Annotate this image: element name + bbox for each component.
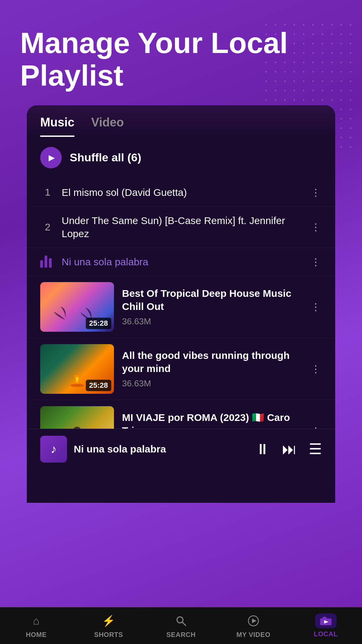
svg-line-3 bbox=[182, 622, 186, 626]
shuffle-play-icon bbox=[40, 147, 62, 168]
nav-home[interactable]: ⌂ HOME bbox=[13, 613, 60, 639]
main-card: Music Video Shuffle all (6) 1 El mismo s… bbox=[27, 105, 335, 503]
video-title-2: All the good vibes running through your … bbox=[122, 349, 302, 375]
pause-button[interactable]: ⏸ bbox=[255, 441, 270, 458]
video-more-1[interactable]: ⋮ bbox=[310, 301, 322, 313]
my-video-icon bbox=[245, 613, 261, 629]
now-playing-art: ♪ bbox=[40, 436, 67, 463]
video-size-2: 36.63M bbox=[122, 378, 302, 389]
video-duration-2: 25:28 bbox=[86, 380, 111, 391]
svg-point-0 bbox=[70, 384, 84, 387]
music-note-icon: ♪ bbox=[51, 442, 57, 456]
song-title-2: Under The Same Sun) [B-Case Remix] ft. J… bbox=[62, 214, 303, 240]
song-number-2: 2 bbox=[40, 221, 55, 233]
tab-music[interactable]: Music bbox=[40, 115, 74, 137]
nav-shorts-label: SHORTS bbox=[94, 631, 123, 639]
equalizer-icon bbox=[40, 256, 55, 268]
song-title-1: El mismo sol (David Guetta) bbox=[62, 186, 303, 199]
bottom-navigation: ⌂ HOME ⚡ SHORTS SEARCH MY VIDEO bbox=[0, 607, 362, 644]
home-icon: ⌂ bbox=[28, 613, 44, 629]
song-list: 1 El mismo sol (David Guetta) ⋮ 2 Under … bbox=[27, 178, 335, 462]
shuffle-label: Shuffle all (6) bbox=[70, 151, 141, 164]
video-row-2[interactable]: 25:28 All the good vibes running through… bbox=[27, 338, 335, 400]
song-row-3[interactable]: Ni una sola palabra ⋮ bbox=[27, 248, 335, 276]
now-playing-bar: ♪ Ni una sola palabra ⏸ ⏭ ☰ bbox=[27, 429, 335, 469]
song-more-1[interactable]: ⋮ bbox=[310, 186, 322, 198]
nav-my-video-label: MY VIDEO bbox=[236, 631, 270, 639]
queue-button[interactable]: ☰ bbox=[309, 440, 322, 458]
nav-shorts[interactable]: ⚡ SHORTS bbox=[85, 613, 132, 639]
campfire-icon bbox=[67, 370, 87, 387]
svg-marker-5 bbox=[252, 619, 256, 623]
video-title-1: Best Of Tropical Deep House Music Chill … bbox=[122, 287, 302, 313]
video-info-2: All the good vibes running through your … bbox=[122, 349, 302, 389]
song-title-3: Ni una sola palabra bbox=[62, 255, 303, 268]
song-row-2[interactable]: 2 Under The Same Sun) [B-Case Remix] ft.… bbox=[27, 207, 335, 248]
nav-search[interactable]: SEARCH bbox=[158, 613, 204, 639]
video-more-2[interactable]: ⋮ bbox=[310, 363, 322, 375]
nav-home-label: HOME bbox=[26, 631, 47, 639]
nav-search-label: SEARCH bbox=[166, 631, 195, 639]
tabs-bar: Music Video bbox=[27, 105, 335, 137]
video-thumb-2: 25:28 bbox=[40, 344, 114, 394]
video-info-1: Best Of Tropical Deep House Music Chill … bbox=[122, 287, 302, 327]
search-icon bbox=[173, 613, 189, 629]
local-icon bbox=[315, 613, 337, 628]
nav-my-video[interactable]: MY VIDEO bbox=[230, 613, 277, 639]
song-number-1: 1 bbox=[40, 186, 55, 198]
song-row-1[interactable]: 1 El mismo sol (David Guetta) ⋮ bbox=[27, 178, 335, 207]
now-playing-title: Ni una sola palabra bbox=[74, 443, 248, 455]
video-thumb-1: 25:28 bbox=[40, 282, 114, 332]
nav-local-label: LOCAL bbox=[314, 630, 338, 638]
nav-local[interactable]: LOCAL bbox=[302, 613, 349, 638]
next-button[interactable]: ⏭ bbox=[282, 441, 297, 458]
video-duration-1: 25:28 bbox=[86, 318, 111, 329]
song-more-3[interactable]: ⋮ bbox=[310, 256, 322, 268]
song-more-2[interactable]: ⋮ bbox=[310, 221, 322, 233]
video-row-1[interactable]: 25:28 Best Of Tropical Deep House Music … bbox=[27, 276, 335, 338]
playback-controls: ⏸ ⏭ ☰ bbox=[255, 440, 322, 458]
tab-video[interactable]: Video bbox=[91, 115, 124, 137]
shorts-icon: ⚡ bbox=[101, 613, 117, 629]
video-size-1: 36.63M bbox=[122, 316, 302, 327]
hero-title: Manage Your Local Playlist bbox=[0, 0, 362, 105]
shuffle-row[interactable]: Shuffle all (6) bbox=[27, 137, 335, 178]
